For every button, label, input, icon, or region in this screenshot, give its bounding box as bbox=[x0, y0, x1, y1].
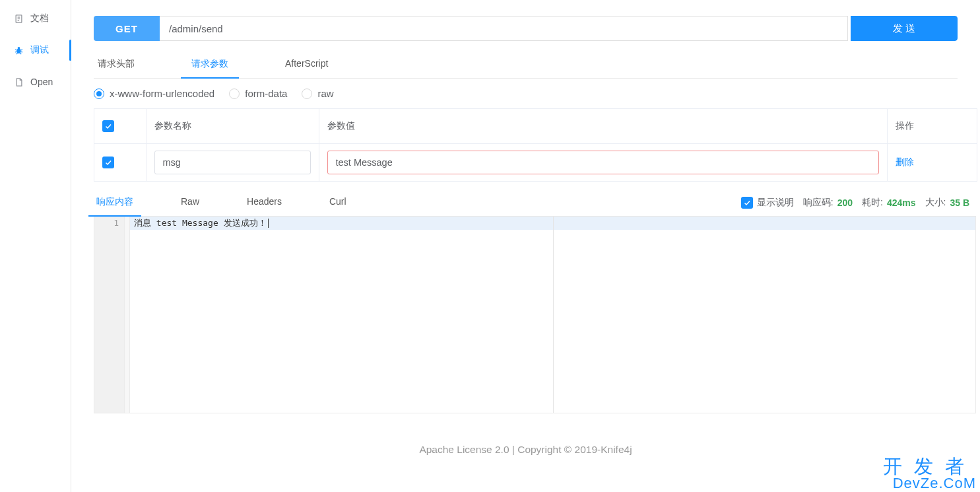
http-method-button[interactable]: GET bbox=[94, 16, 160, 41]
line-number: 1 bbox=[94, 217, 119, 230]
sidebar-item-label: Open bbox=[30, 77, 53, 87]
sidebar-item-debug[interactable]: 调试 bbox=[0, 34, 71, 66]
radio-form-data[interactable]: form-data bbox=[229, 88, 287, 99]
svg-point-5 bbox=[17, 46, 20, 49]
row-checkbox[interactable] bbox=[102, 157, 114, 168]
tab-response-headers[interactable]: Headers bbox=[244, 196, 284, 216]
radio-icon bbox=[302, 88, 312, 99]
editor-split-line bbox=[553, 217, 554, 413]
svg-line-6 bbox=[15, 50, 16, 50]
url-input[interactable] bbox=[160, 16, 848, 41]
svg-line-7 bbox=[20, 50, 22, 50]
param-name-input[interactable] bbox=[154, 151, 311, 174]
params-table: 参数名称 参数值 操作 删除 bbox=[94, 108, 977, 182]
bug-icon bbox=[13, 45, 24, 55]
footer-text: Apache License 2.0 | Copyright © 2019-Kn… bbox=[71, 444, 980, 456]
col-header-name: 参数名称 bbox=[146, 109, 319, 143]
radio-raw[interactable]: raw bbox=[302, 88, 333, 99]
editor-fold-gutter bbox=[125, 217, 130, 413]
status-value: 200 bbox=[837, 197, 853, 208]
radio-icon bbox=[229, 88, 240, 99]
response-editor[interactable]: 1 消息 test Message 发送成功！ bbox=[94, 217, 976, 413]
table-header-row: 参数名称 参数值 操作 bbox=[94, 109, 977, 143]
radio-label: form-data bbox=[245, 88, 287, 99]
svg-line-10 bbox=[16, 53, 17, 54]
send-button[interactable]: 发 送 bbox=[851, 16, 958, 41]
time-value: 424ms bbox=[887, 197, 916, 208]
svg-line-8 bbox=[15, 52, 16, 52]
tab-response-raw[interactable]: Raw bbox=[178, 196, 202, 216]
request-bar: GET 发 送 bbox=[94, 16, 958, 41]
col-header-ops: 操作 bbox=[888, 109, 977, 143]
radio-icon bbox=[94, 88, 104, 99]
size-label: 大小: bbox=[925, 197, 946, 209]
page-icon bbox=[13, 77, 24, 87]
tab-response-body[interactable]: 响应内容 bbox=[94, 196, 136, 216]
sidebar: 文档 调试 Open bbox=[0, 0, 71, 492]
status-label: 响应码: bbox=[803, 197, 833, 209]
radio-urlencoded[interactable]: x-www-form-urlencoded bbox=[94, 88, 214, 99]
delete-link[interactable]: 删除 bbox=[896, 157, 914, 167]
show-desc-label: 显示说明 bbox=[757, 197, 794, 209]
table-row: 删除 bbox=[94, 143, 977, 181]
tab-request-params[interactable]: 请求参数 bbox=[187, 58, 232, 78]
time-label: 耗时: bbox=[862, 197, 883, 209]
svg-line-9 bbox=[20, 52, 22, 52]
tab-request-headers[interactable]: 请求头部 bbox=[94, 58, 139, 78]
editor-gutter: 1 bbox=[94, 217, 125, 413]
sidebar-item-doc[interactable]: 文档 bbox=[0, 3, 71, 34]
sidebar-item-label: 调试 bbox=[30, 44, 49, 56]
body-type-radio-group: x-www-form-urlencoded form-data raw bbox=[94, 88, 958, 99]
tab-afterscript[interactable]: AfterScript bbox=[281, 58, 332, 78]
col-header-value: 参数值 bbox=[319, 109, 888, 143]
param-value-input[interactable] bbox=[327, 151, 880, 174]
size-value: 35 B bbox=[950, 197, 969, 208]
document-icon bbox=[13, 13, 24, 24]
radio-label: x-www-form-urlencoded bbox=[110, 88, 214, 99]
main-panel: GET 发 送 请求头部 请求参数 AfterScript x-www-form… bbox=[71, 0, 980, 492]
sidebar-item-open[interactable]: Open bbox=[0, 66, 71, 98]
select-all-checkbox[interactable] bbox=[102, 120, 114, 132]
response-text: 消息 test Message 发送成功！ bbox=[134, 217, 267, 230]
sidebar-item-label: 文档 bbox=[30, 13, 49, 24]
response-tabs: 响应内容 Raw Headers Curl bbox=[94, 196, 741, 216]
tab-response-curl[interactable]: Curl bbox=[327, 196, 349, 216]
text-cursor-icon bbox=[268, 219, 269, 228]
svg-line-11 bbox=[20, 53, 21, 54]
response-tabs-row: 响应内容 Raw Headers Curl 显示说明 响应码: 200 耗时: … bbox=[94, 196, 976, 217]
radio-label: raw bbox=[317, 88, 333, 99]
response-meta: 显示说明 响应码: 200 耗时: 424ms 大小: 35 B bbox=[741, 197, 969, 215]
request-tabs: 请求头部 请求参数 AfterScript bbox=[94, 58, 958, 79]
show-desc-checkbox[interactable] bbox=[741, 197, 753, 209]
editor-body[interactable]: 消息 test Message 发送成功！ bbox=[130, 217, 975, 413]
